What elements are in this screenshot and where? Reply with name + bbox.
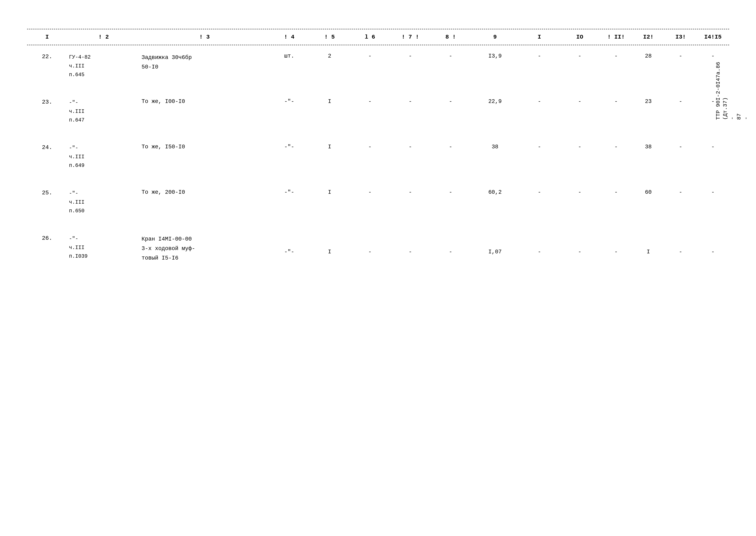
row24-col3: То же, I50-I0 (140, 140, 269, 173)
row26-col10: - (519, 231, 559, 272)
row26-col13: I (632, 231, 664, 272)
row25-col13: 60 (632, 185, 664, 218)
row26-num: 26. (27, 231, 67, 272)
col-header-15: I4!I5 (697, 30, 729, 44)
row26-col8: - (430, 231, 471, 272)
row24-col8: - (430, 140, 471, 173)
sidebar-text-line1: ТТР 90I-2-0I47а.86 (715, 62, 721, 120)
row22-col14: - (665, 49, 697, 82)
table-row-23: 23. -"- ч.III п.647 То же, I00-I0 -"- I … (27, 95, 729, 128)
row22-col4: шт. (269, 49, 309, 82)
row24-col7: - (390, 140, 430, 173)
table-row-26: 26. -"- ч.III п.I039 Кран I4МI-00-00 3-х… (27, 231, 729, 272)
row24-col9: 38 (471, 140, 519, 173)
col-header-5: ! 5 (309, 30, 350, 44)
sidebar-text-line4: 87 (736, 114, 742, 120)
col-header-3: ! 3 (140, 30, 269, 44)
row23-col5: I (309, 95, 350, 128)
row22-col9: I3,9 (471, 49, 519, 82)
row23-col2: -"- ч.III п.647 (67, 95, 140, 128)
row23-col13: 23 (632, 95, 664, 128)
col-header-4: ! 4 (269, 30, 309, 44)
row22-col6: - (350, 49, 390, 82)
col-header-9: 9 (471, 30, 519, 44)
col-header-6: l 6 (350, 30, 390, 44)
row25-col12: - (600, 185, 632, 218)
header-bottom-dashed-line (27, 45, 729, 45)
row22-col7: - (390, 49, 430, 82)
row26-col5: I (309, 231, 350, 272)
row23-col12: - (600, 95, 632, 128)
col-header-8: 8 ! (430, 30, 471, 44)
row24-col11: - (559, 140, 600, 173)
row22-col5: 2 (309, 49, 350, 82)
col-header-13: I2! (632, 30, 664, 44)
row22-col8: - (430, 49, 471, 82)
row24-col12: - (600, 140, 632, 173)
row26-col3: Кран I4МI-00-00 3-х ходовой муф- товый I… (140, 231, 269, 272)
row23-col6: - (350, 95, 390, 128)
row25-col3: То же, 200-I0 (140, 185, 269, 218)
row24-col5: I (309, 140, 350, 173)
row26-col11: - (559, 231, 600, 272)
row26-col4: -"- (269, 231, 309, 272)
row22-num: 22. (27, 49, 67, 82)
row25-col4: -"- (269, 185, 309, 218)
row23-col10: - (519, 95, 559, 128)
row26-col14: - (665, 231, 697, 272)
header-row: I ! 2 ! 3 ! 4 ! 5 l 6 ! 7 ! 8 ! 9 I IO !… (27, 30, 729, 44)
row26-col2: -"- ч.III п.I039 (67, 231, 140, 272)
row26-col9: I,07 (471, 231, 519, 272)
col-header-2: ! 2 (67, 30, 140, 44)
row22-col3: Задвижка 30ч6бр 50-I0 (140, 49, 269, 82)
row25-col7: - (390, 185, 430, 218)
row23-col14: - (665, 95, 697, 128)
col-header-12: ! II! (600, 30, 632, 44)
row25-col11: - (559, 185, 600, 218)
table-row-25: 25. -"- ч.III п.650 То же, 200-I0 -"- I … (27, 185, 729, 218)
row25-col2: -"- ч.III п.650 (67, 185, 140, 218)
row24-col10: - (519, 140, 559, 173)
row25-col9: 60,2 (471, 185, 519, 218)
row24-col15: - (697, 140, 729, 173)
row24-col4: -"- (269, 140, 309, 173)
data-rows-table: 22. ГУ-4-82 ч.III п.645 Задвижка 30ч6бр … (27, 49, 729, 272)
col-header-10: I (519, 30, 559, 44)
row22-col11: - (559, 49, 600, 82)
sidebar-text-line5: - (743, 117, 749, 120)
row24-col2: -"- ч.III п.649 (67, 140, 140, 173)
row22-col12: - (600, 49, 632, 82)
row25-col6: - (350, 185, 390, 218)
row24-num: 24. (27, 140, 67, 173)
row25-col8: - (430, 185, 471, 218)
row26-col12: - (600, 231, 632, 272)
row23-col4: -"- (269, 95, 309, 128)
col-header-1: I (27, 30, 67, 44)
row26-col6: - (350, 231, 390, 272)
row23-col8: - (430, 95, 471, 128)
row22-col2: ГУ-4-82 ч.III п.645 (67, 49, 140, 82)
row25-col15: - (697, 185, 729, 218)
row23-col7: - (390, 95, 430, 128)
sidebar-rotated-text: ТТР 90I-2-0I47а.86 (Дт.37) - 87 - (715, 62, 750, 120)
row26-col15: - (697, 231, 729, 272)
sidebar-text-line2: (Дт.37) (722, 97, 728, 120)
col-header-11: IO (559, 30, 600, 44)
col-header-14: I3! (665, 30, 697, 44)
row22-col10: - (519, 49, 559, 82)
row23-col3: То же, I00-I0 (140, 95, 269, 128)
top-dashed-line (27, 29, 729, 29)
row23-col11: - (559, 95, 600, 128)
row22-col13: 28 (632, 49, 664, 82)
main-table-container: I ! 2 ! 3 ! 4 ! 5 l 6 ! 7 ! 8 ! 9 I IO !… (27, 29, 729, 272)
row25-col14: - (665, 185, 697, 218)
row25-col5: I (309, 185, 350, 218)
page: I ! 2 ! 3 ! 4 ! 5 l 6 ! 7 ! 8 ! 9 I IO !… (0, 0, 756, 536)
row23-num: 23. (27, 95, 67, 128)
sidebar-text-line3: - (729, 117, 735, 120)
row24-col6: - (350, 140, 390, 173)
row26-col7: - (390, 231, 430, 272)
row25-num: 25. (27, 185, 67, 218)
row24-col14: - (665, 140, 697, 173)
table-row-22: 22. ГУ-4-82 ч.III п.645 Задвижка 30ч6бр … (27, 49, 729, 82)
